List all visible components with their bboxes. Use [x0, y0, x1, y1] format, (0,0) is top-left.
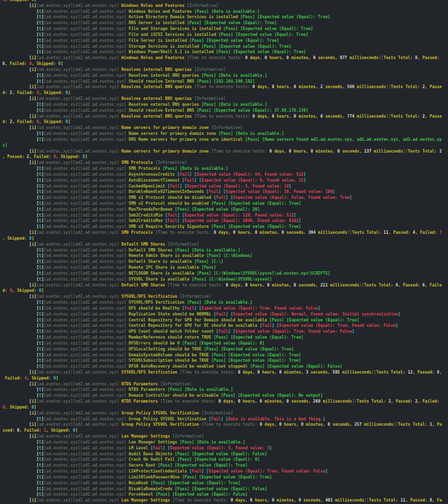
token-bracket: [	[2, 259, 39, 264]
token-bracket: [	[2, 422, 32, 427]
test-name: Default SMB Shares	[128, 248, 175, 252]
token-bracket: [	[2, 189, 39, 194]
console-segment: [Pass] [Expected value (Equal): True]	[187, 20, 277, 25]
console-segment: Fail	[192, 469, 202, 473]
console-segment: milliseconds	[362, 422, 393, 427]
console-segment: milliseconds	[371, 149, 403, 154]
console-line: [t][ad.evotec.xyz][ad2.ad.evotec.xyz] De…	[2, 259, 448, 265]
console-segment: Tests Total:	[391, 114, 422, 119]
domain-source: [ad.evotec.xyz][ad2.ad.evotec.xyz]	[44, 341, 129, 346]
console-segment: , Skipped:	[39, 90, 65, 95]
domain-source: [ad.evotec.xyz][ad2.ad.evotec.xyz]	[36, 125, 122, 130]
console-line: d: 0, Skipped: 0]	[2, 288, 448, 294]
token-bracket: [	[2, 498, 32, 503]
console-segment: ]	[61, 61, 63, 66]
console-segment: Expected value (Equal): True, Found valu…	[209, 469, 325, 473]
token-bracket: [	[2, 352, 39, 357]
console-line: [t][ad.evotec.xyz][ad2.ad.evotec.xyz] Fo…	[2, 492, 448, 498]
domain-source: [ad.evotec.xyz][ad2.ad.evotec.xyz]	[44, 49, 129, 54]
console-segment: [Pass] [Expected value (Equal): 20]	[175, 207, 260, 212]
test-name: Name servers for primary domain zone	[128, 131, 218, 136]
domain-source: [ad.evotec.xyz][ad2.ad.evotec.xyz]	[44, 172, 129, 177]
test-name: SMB v1 Protocol should be disabled	[128, 195, 214, 200]
console-segment: , Skipped:	[12, 288, 39, 293]
console-line: [t][ad.evotec.xyz][ad2.ad.evotec.xyz] Re…	[2, 253, 448, 259]
domain-source: [ad.evotec.xyz][ad2.ad.evotec.xyz]	[44, 14, 129, 19]
domain-source: [ad.evotec.xyz][ad2.ad.evotec.xyz]	[44, 73, 129, 78]
domain-source: [ad.evotec.xyz][ad2.ad.evotec.xyz]	[44, 323, 129, 328]
console-segment: ][	[386, 84, 391, 89]
console-segment: milliseconds	[354, 114, 386, 119]
console-segment: [Pass] [Expected value (Equal): True]	[211, 201, 301, 206]
console-line: [t][ad.evotec.xyz][ad2.ad.evotec.xyz] Sm…	[2, 218, 448, 224]
domain-source: [ad.evotec.xyz][ad2.ad.evotec.xyz]	[36, 283, 122, 287]
console-segment: [Pass] [Expected value (Equal): True]	[216, 49, 306, 54]
console-segment: 566	[347, 84, 354, 89]
domain-source: [ad.evotec.xyz][ad2.ad.evotec.xyz]	[44, 224, 129, 229]
console-segment: seconds,	[330, 422, 354, 427]
domain-source: [ad.evotec.xyz][ad2.ad.evotec.xyz]	[44, 329, 129, 334]
console-segment: [Pass] [Expected value (Equal): True]	[204, 346, 293, 351]
console-segment: ][	[386, 114, 391, 119]
token-bracket: [	[2, 306, 39, 311]
console-segment: [Informative]	[201, 410, 233, 415]
domain-source: [ad.evotec.xyz][ad2.ad.evotec.xyz]	[36, 399, 122, 404]
domain-source: [ad.evotec.xyz][ad2.ad.evotec.xyz]	[44, 306, 129, 311]
token-bracket: [	[2, 79, 39, 84]
token-bracket: [	[2, 14, 39, 19]
console-segment: ]	[303, 172, 306, 177]
console-segment: Tests Total:	[369, 498, 400, 503]
console-line: [t][ad.evotec.xyz][ad2.ad.evotec.xyz] Re…	[2, 73, 448, 79]
domain-source: [ad.evotec.xyz][ad2.ad.evotec.xyz]	[44, 207, 129, 212]
console-line: [t][ad.evotec.xyz][ad2.ad.evotec.xyz] Du…	[2, 189, 448, 195]
domain-source: [ad.evotec.xyz][ad2.ad.evotec.xyz]	[44, 445, 129, 450]
token-bracket: [	[2, 312, 39, 316]
console-segment: 11	[401, 498, 406, 503]
test-name: Lan Manager Settings	[128, 440, 180, 444]
console-segment: [Pass] [Expected value (Equal): True]	[151, 480, 240, 485]
console-line: [t][ad.evotec.xyz][ad2.ad.evotec.xyz] Li…	[2, 474, 448, 480]
token-bracket: [	[2, 96, 32, 101]
token-bracket: [	[2, 3, 32, 8]
console-segment: [Pass] [Data is available.]	[201, 73, 267, 78]
test-name: DisableDomainCreds	[128, 486, 175, 491]
domain-source: [ad.evotec.xyz][ad2.ad.evotec.xyz]	[36, 434, 122, 439]
console-line: [t][ad.evotec.xyz][ad2.ad.evotec.xyz] SM…	[2, 195, 448, 201]
test-name: File and iSCSI Services is installed	[128, 32, 218, 37]
console-segment: [Pass] [Data is available.]	[175, 248, 240, 252]
console-line: [i][ad.evotec.xyz][ad2.ad.evotec.xyz] La…	[2, 434, 448, 440]
console-segment: milliseconds	[316, 230, 347, 235]
token-bracket: [	[2, 346, 39, 351]
console-segment: [Pass] [Expected value (Equal): 0]	[177, 457, 260, 462]
console-segment: ]	[398, 312, 401, 316]
console-line: [t][ad.evotec.xyz][ad2.ad.evotec.xyz] Ac…	[2, 14, 448, 20]
console-line: [i][ad.evotec.xyz][ad2.ad.evotec.xyz] Gr…	[2, 410, 448, 416]
console-line: [t][ad.evotec.xyz][ad2.ad.evotec.xyz] Wi…	[2, 49, 448, 55]
console-segment: [Time to execute tests:	[167, 283, 225, 287]
console-segment: [Pass] [Expected value (Equal): True]	[182, 474, 272, 479]
token-bracket: [	[2, 399, 32, 404]
console-segment: [Pass] [C:\Windows\SYSVOL\sysvol]	[192, 277, 272, 282]
console-segment: ]	[303, 178, 306, 183]
console-line: [t][ad.evotec.xyz][ad2.ad.evotec.xyz] Re…	[2, 102, 448, 108]
console-line: [i][ad.evotec.xyz][ad2.ad.evotec.xyz] Re…	[2, 96, 448, 102]
console-line: [t][ad.evotec.xyz][ad2.ad.evotec.xyz] NE…	[2, 271, 448, 277]
console-segment: ]	[56, 376, 58, 380]
console-segment: 774	[347, 114, 354, 119]
console-line: [t][ad.evotec.xyz][ad2.ad.evotec.xyz] St…	[2, 44, 448, 50]
domain-source: [ad.evotec.xyz][ad2.ad.evotec.xyz]	[44, 358, 129, 363]
console-segment: ][	[359, 283, 364, 287]
section-name: SMB Protocols	[122, 230, 156, 235]
console-segment: Fail	[180, 172, 190, 177]
domain-source: [ad.evotec.xyz][ad2.ad.evotec.xyz]	[44, 248, 129, 252]
test-name: DFS should be Healthy	[128, 306, 182, 311]
console-segment: days,	[248, 55, 265, 60]
token-bracket: [	[2, 474, 39, 479]
domain-source: [ad.evotec.xyz][ad2.ad.evotec.xyz]	[36, 422, 122, 427]
domain-source: [ad.evotec.xyz][ad2.ad.evotec.xyz]	[44, 335, 129, 340]
token-bracket: [	[2, 277, 39, 282]
console-segment: Fail	[185, 306, 194, 311]
console-segment: d:	[2, 119, 10, 124]
domain-source: [ad.evotec.xyz][ad2.ad.evotec.xyz]	[44, 108, 129, 113]
test-name: DFSR AutoRecovery should be enabled (not…	[128, 364, 250, 369]
